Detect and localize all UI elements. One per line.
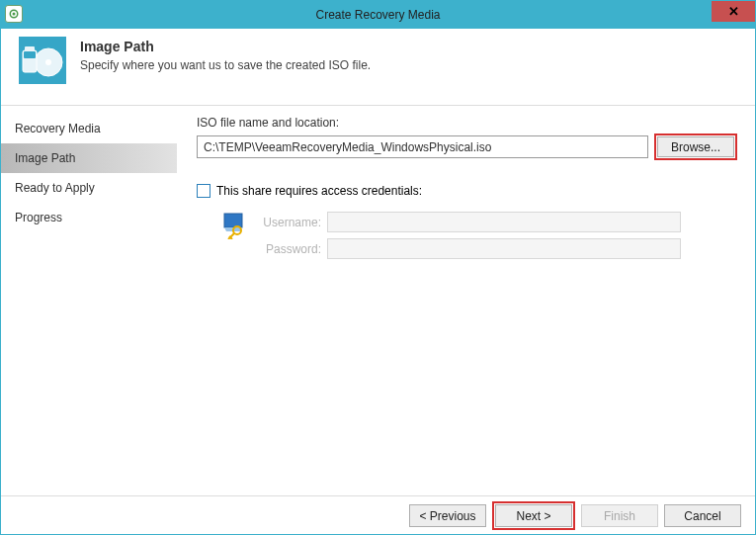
credentials-icon [222, 212, 250, 239]
password-input [327, 238, 681, 259]
app-icon [5, 5, 23, 23]
svg-point-3 [45, 59, 51, 65]
title-bar: Create Recovery Media ✕ [1, 1, 755, 29]
wizard-footer: < Previous Next > Finish Cancel [1, 495, 755, 535]
header-subtitle: Specify where you want us to save the cr… [80, 58, 371, 72]
iso-path-label: ISO file name and location: [197, 116, 737, 130]
previous-button[interactable]: < Previous [409, 504, 486, 527]
step-progress[interactable]: Progress [1, 203, 177, 232]
highlight-browse: Browse... [654, 134, 737, 160]
username-label: Username: [258, 216, 321, 229]
svg-rect-7 [224, 214, 242, 227]
svg-point-1 [13, 13, 16, 16]
close-button[interactable]: ✕ [712, 1, 755, 22]
iso-path-input[interactable] [197, 135, 648, 158]
credentials-checkbox-label: This share requires access credentials: [216, 184, 422, 198]
svg-rect-6 [25, 46, 35, 51]
browse-button[interactable]: Browse... [657, 136, 734, 157]
password-label: Password: [258, 242, 321, 256]
header-title: Image Path [80, 39, 371, 54]
step-image-path[interactable]: Image Path [1, 143, 177, 173]
finish-button: Finish [581, 504, 658, 527]
dialog-window: Create Recovery Media ✕ Image Path Speci… [0, 0, 756, 535]
username-input [327, 212, 681, 232]
step-recovery-media[interactable]: Recovery Media [1, 114, 177, 143]
wizard-steps: Recovery Media Image Path Ready to Apply… [1, 106, 177, 495]
content-panel: ISO file name and location: Browse... Th… [177, 106, 755, 495]
window-title: Create Recovery Media [315, 8, 440, 22]
next-button[interactable]: Next > [495, 504, 572, 527]
cancel-button[interactable]: Cancel [664, 504, 741, 527]
credentials-checkbox[interactable] [197, 184, 210, 198]
svg-rect-5 [24, 51, 36, 58]
wizard-header: Image Path Specify where you want us to … [1, 29, 755, 106]
wizard-icon [19, 37, 66, 84]
highlight-next: Next > [492, 501, 575, 530]
step-ready-to-apply[interactable]: Ready to Apply [1, 173, 177, 203]
